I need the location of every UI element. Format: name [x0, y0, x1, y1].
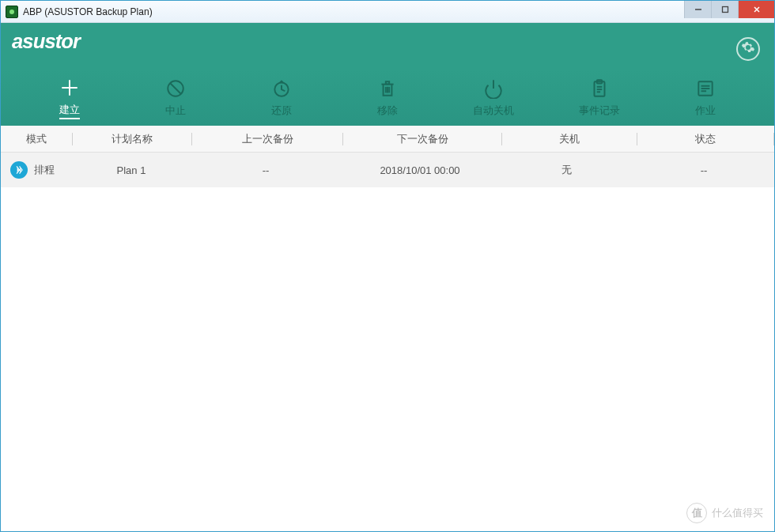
jobs-button[interactable]: 作业 [652, 70, 758, 126]
app-header: asustor 建立 中止 [1, 23, 774, 126]
power-icon [483, 78, 504, 99]
minimize-button[interactable] [684, 1, 711, 18]
column-name[interactable]: 计划名称 [73, 126, 191, 152]
column-mode[interactable]: 模式 [1, 126, 72, 152]
application-window: ABP (ASUSTOR Backup Plan) asustor [0, 0, 775, 532]
table-row[interactable]: 排程 Plan 1 -- 2018/10/01 00:00 无 -- [1, 153, 774, 187]
remove-label: 移除 [377, 104, 398, 118]
window-title: ABP (ASUSTOR Backup Plan) [23, 6, 153, 17]
cell-last-backup: -- [191, 164, 341, 176]
trash-icon [377, 78, 398, 99]
restore-label: 还原 [271, 104, 292, 118]
close-button[interactable] [738, 1, 774, 18]
cell-name: Plan 1 [72, 164, 191, 176]
table-header: 模式 计划名称 上一次备份 下一次备份 关机 状态 [1, 126, 774, 153]
remove-button[interactable]: 移除 [335, 70, 440, 126]
plus-icon [59, 77, 80, 98]
titlebar[interactable]: ABP (ASUSTOR Backup Plan) [1, 1, 774, 23]
brand-logo: asustor [12, 29, 146, 59]
app-icon [6, 6, 18, 18]
window-controls [684, 1, 774, 18]
column-last-backup[interactable]: 上一次备份 [192, 126, 342, 152]
restore-icon [271, 78, 292, 99]
stop-label: 中止 [165, 104, 186, 118]
column-next-backup[interactable]: 下一次备份 [343, 126, 501, 152]
stop-icon [165, 78, 186, 99]
stop-button[interactable]: 中止 [123, 70, 229, 126]
column-status[interactable]: 状态 [637, 126, 773, 152]
cell-mode-text: 排程 [34, 163, 55, 177]
table-body[interactable]: 排程 Plan 1 -- 2018/10/01 00:00 无 -- [1, 153, 774, 531]
event-log-label: 事件记录 [579, 104, 620, 118]
gear-icon [741, 40, 755, 58]
event-log-button[interactable]: 事件记录 [546, 70, 652, 126]
settings-button[interactable] [736, 37, 760, 61]
cell-mode: 排程 [1, 161, 72, 179]
cell-next-backup: 2018/10/01 00:00 [341, 164, 499, 176]
schedule-icon [10, 161, 28, 179]
restore-button[interactable]: 还原 [229, 70, 335, 126]
cell-status: -- [633, 164, 774, 176]
auto-shutdown-button[interactable]: 自动关机 [440, 70, 546, 126]
auto-shutdown-label: 自动关机 [473, 104, 514, 118]
create-button[interactable]: 建立 [17, 70, 123, 126]
jobs-label: 作业 [695, 104, 716, 118]
clipboard-icon [589, 78, 610, 99]
create-label: 建立 [59, 103, 80, 119]
svg-point-0 [9, 9, 14, 14]
svg-text:asustor: asustor [12, 30, 82, 52]
cell-shutdown: 无 [499, 163, 633, 177]
column-shutdown[interactable]: 关机 [502, 126, 637, 152]
toolbar: 建立 中止 还原 移除 [1, 70, 774, 126]
jobs-icon [695, 78, 716, 99]
maximize-button[interactable] [711, 1, 738, 18]
svg-line-9 [171, 84, 181, 94]
svg-rect-2 [722, 7, 728, 13]
column-separator [773, 133, 774, 145]
